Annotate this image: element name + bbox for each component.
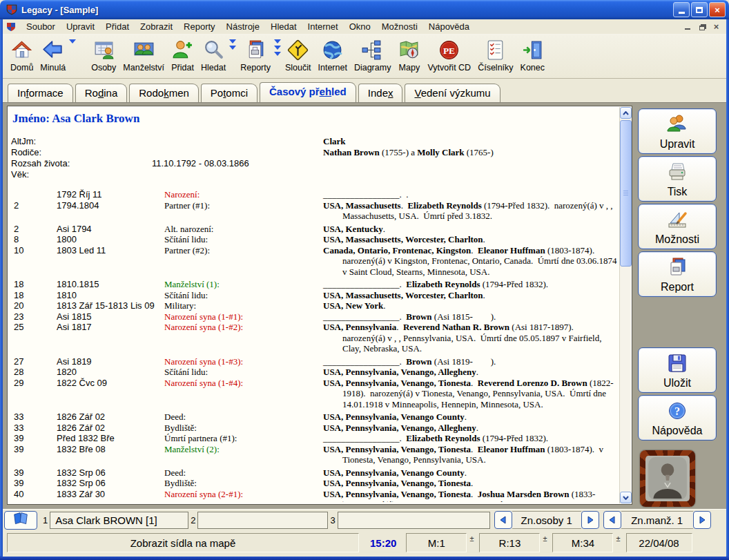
date-cell: 1822 Čvc 09	[54, 378, 164, 410]
content-panel: Jméno: Asa Clark Brown AltJm:ClarkRodiče…	[7, 106, 632, 505]
options-button[interactable]: Možnosti	[638, 204, 717, 249]
toolbar-pridat[interactable]: Přidat	[168, 37, 197, 73]
menu-nastroje[interactable]: Nástroje	[221, 20, 265, 33]
status-bar: Zobrazit sídla na mapě 15:20 M:1 ± R:13 …	[3, 530, 726, 557]
date-cell: 1832 Srp 06	[54, 467, 164, 479]
menu-upravit[interactable]: Upravit	[61, 20, 100, 33]
menu-pridat[interactable]: Přidat	[100, 20, 135, 33]
sidebar-spacer	[638, 443, 717, 450]
header-detail	[323, 158, 617, 169]
toolbar-label: Domů	[10, 63, 33, 73]
toolbar-domu[interactable]: Domů	[7, 37, 37, 73]
date-cell: Asi 1817	[54, 322, 164, 354]
tab-rodina[interactable]: Rodina	[75, 84, 128, 102]
person-prev-button[interactable]	[494, 511, 512, 529]
menu-reporty[interactable]: Reporty	[178, 20, 221, 33]
plus-minus-separator: ±	[616, 533, 620, 543]
toolbar: DomůMinuláOsobyManželstvíPřidatHledatRep…	[3, 35, 726, 79]
toolbar-hledat[interactable]: Hledat	[197, 37, 229, 73]
edit-button[interactable]: Upravit	[638, 108, 717, 154]
tab-rodokmen[interactable]: Rodokmen	[129, 84, 199, 102]
report-button[interactable]: Report	[638, 251, 717, 297]
name-field-2[interactable]	[197, 512, 328, 529]
toolbar-manzelstvi[interactable]: Manželství	[119, 37, 168, 73]
edit-label: Upravit	[660, 138, 695, 151]
menu-zobrazit[interactable]: Zobrazit	[135, 20, 178, 33]
toolbar-reporty[interactable]: Reporty	[237, 37, 274, 73]
plus-minus-separator: ±	[469, 533, 474, 543]
menu-hledat[interactable]: Hledat	[265, 20, 302, 33]
help-label: Nápověda	[652, 425, 703, 437]
toolbar-mapy[interactable]: Mapy	[394, 37, 424, 73]
dropdown-chevrons-icon[interactable]	[69, 39, 76, 44]
marriage-next-button[interactable]	[693, 511, 711, 529]
help-icon: ?	[665, 400, 689, 424]
person-header-row: AltJm:Clark	[11, 136, 617, 147]
toolbar-osoby[interactable]: Osoby	[88, 37, 119, 73]
event-cell: Sčítání lidu:	[164, 290, 323, 301]
tab-casovy-prehled[interactable]: Časový přehled	[260, 82, 356, 102]
event-cell: Narození syna (1-#1):	[164, 311, 323, 322]
detail-cell: _________________. Brown (Asi 1819- ).	[323, 356, 617, 367]
person-bookmark-spinner: Zn.osoby 1	[494, 511, 599, 529]
menu-moznosti[interactable]: Možnosti	[376, 20, 423, 33]
help-button[interactable]: ? Nápověda	[638, 395, 717, 441]
date-cell: 1820	[54, 367, 164, 378]
tab-index[interactable]: Index	[358, 84, 403, 102]
marriage-prev-button[interactable]	[603, 511, 621, 529]
toolbar-internet[interactable]: Internet	[315, 37, 351, 73]
tab-vedeni-vyzkumu[interactable]: Vedení výzkumu	[405, 84, 500, 102]
search-icon	[202, 37, 225, 62]
tab-potomci[interactable]: Potomci	[201, 84, 257, 102]
age-cell: 39	[11, 478, 54, 489]
print-button[interactable]: Tisk	[638, 156, 717, 202]
menu-internet[interactable]: Internet	[302, 20, 344, 33]
person-next-button[interactable]	[581, 511, 599, 529]
toolbar-ciselniky[interactable]: Číselníky	[474, 37, 516, 73]
chart-tree-icon	[361, 37, 384, 62]
scrollbar-thumb[interactable]	[620, 120, 632, 267]
person-header-row: Rodiče:Nathan Brown (1755-) a Molly Clar…	[11, 147, 617, 158]
name-field-3[interactable]	[338, 512, 490, 529]
mdi-restore-button[interactable]	[696, 21, 708, 32]
mdi-close-button[interactable]: ×	[710, 21, 722, 32]
name-field-1[interactable]: Asa Clark BROWN [1]	[50, 512, 188, 529]
dropdown-chevrons-icon[interactable]	[229, 39, 236, 50]
date-cell: 1810.1815	[54, 279, 164, 290]
vertical-scrollbar[interactable]	[619, 107, 631, 503]
timeline-row: 27Asi 1819Narození syna (1-#3):_________…	[11, 356, 617, 367]
age-cell: 40	[11, 489, 54, 503]
maximize-button[interactable]	[691, 2, 708, 17]
menu-okno[interactable]: Okno	[344, 20, 376, 33]
bookmark-button[interactable]	[4, 511, 37, 530]
person-photo[interactable]	[640, 450, 695, 507]
scroll-down-button[interactable]	[620, 492, 632, 503]
event-cell: Úmrtí partnera (#1):	[164, 433, 323, 444]
tab-informace[interactable]: Informace	[8, 84, 73, 102]
age-cell: 10	[11, 245, 54, 278]
detail-cell: USA, Pennsylvania, Venango County.	[323, 412, 617, 423]
toolbar-diagramy[interactable]: Diagramy	[351, 37, 395, 73]
close-button[interactable]: ×	[709, 2, 726, 17]
toolbar-konec[interactable]: Konec	[517, 37, 548, 73]
toolbar-sloucit[interactable]: Sloučit	[282, 37, 315, 73]
dropdown-chevrons-icon[interactable]	[274, 39, 281, 56]
print-label: Tisk	[668, 186, 688, 198]
legacy-window: Legacy - [Sample] × SouborUpravitPřidatZ…	[0, 0, 729, 560]
toolbar-vytvorit-cd[interactable]: PEVytvořit CD	[424, 37, 474, 73]
mdi-minimize-button[interactable]	[681, 21, 693, 32]
toolbar-label: Mapy	[399, 63, 420, 73]
save-button[interactable]: Uložit	[638, 347, 717, 393]
timeline-row: 81800Sčítání lidu:USA, Massachusetts, Wo…	[11, 234, 617, 245]
toolbar-minula[interactable]: Minulá	[37, 37, 69, 73]
event-cell: Manželství (1):	[164, 279, 323, 290]
date-cell: 1826 Zář 02	[54, 423, 164, 434]
sidebar-spacer	[638, 299, 717, 347]
menu-napoveda[interactable]: Nápověda	[423, 20, 475, 33]
detail-cell: Canada, Ontario, Frontenac, Kingston. El…	[323, 245, 617, 278]
event-cell: Alt. narození:	[164, 224, 323, 235]
menu-soubor[interactable]: Soubor	[21, 20, 61, 33]
scroll-up-button[interactable]	[620, 107, 632, 119]
minimize-button[interactable]	[673, 2, 690, 17]
show-on-map-button[interactable]: Zobrazit sídla na mapě	[7, 533, 359, 552]
